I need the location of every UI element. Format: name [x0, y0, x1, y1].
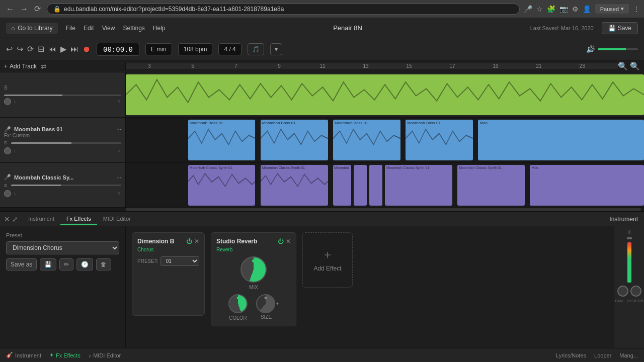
skip-forward-button[interactable]: ⏭ — [70, 45, 78, 54]
loop-button[interactable]: ⟳ — [27, 44, 34, 54]
menu-edit[interactable]: Edit — [84, 25, 94, 32]
refresh-button[interactable]: ⟳ — [32, 3, 43, 15]
reverb-knob[interactable] — [630, 286, 641, 297]
menu-settings[interactable]: Settings — [123, 25, 144, 32]
go-to-library-button[interactable]: ⌂ Go to Library — [6, 23, 58, 34]
volume-slider-2[interactable] — [11, 142, 121, 144]
go-library-label: Go to Library — [18, 25, 52, 32]
volume-slider[interactable] — [598, 48, 638, 50]
clip-synth-1[interactable]: Moombah Classic Synth 01 — [188, 165, 256, 206]
add-effect-button[interactable]: + Add Effect — [302, 232, 353, 288]
record-button[interactable]: ⏺ — [83, 45, 91, 54]
history-button[interactable]: 🕐 — [76, 258, 93, 270]
preset-small-select-dimension-b[interactable]: 01 — [160, 256, 199, 266]
menu-icon: ⋮ — [633, 5, 640, 13]
menu-file[interactable]: File — [66, 25, 75, 32]
clip-bass-3[interactable]: Moombah Bass 01 — [333, 120, 400, 160]
fader-handle[interactable] — [627, 237, 632, 239]
mix-knob[interactable] — [240, 256, 267, 283]
clip-green-full[interactable] — [126, 74, 644, 115]
bpm-display[interactable]: 108 bpm — [178, 43, 213, 55]
close-button-dimension-b[interactable]: ✕ — [194, 238, 199, 245]
h-scrollbar-thumb[interactable] — [126, 208, 641, 211]
size-knob[interactable] — [256, 294, 275, 313]
clip-bass-4[interactable]: Moombah Bass 01 — [406, 120, 473, 160]
size-label: SIZE — [261, 314, 272, 320]
address-bar[interactable]: 🔒 edu.bandlab.com/mix-editor?projectId=5… — [47, 4, 520, 15]
preset-label: Preset — [6, 232, 119, 238]
clip-label: Moombah Classic Synth 01 — [457, 165, 525, 170]
slider-row-1 — [4, 95, 121, 96]
pan-knob[interactable] — [617, 286, 628, 297]
knob-2[interactable] — [4, 147, 11, 154]
close-panel-button[interactable]: ✕ — [4, 215, 10, 223]
expand-panel-button[interactable]: ⤢ — [12, 215, 18, 223]
track-menu-3[interactable]: ··· — [116, 174, 121, 181]
clip-synth-3b[interactable] — [354, 165, 367, 206]
back-button[interactable]: ← — [4, 3, 16, 15]
track-control-1: S L R — [0, 72, 126, 117]
tab-fx-effects[interactable]: Fx Effects — [60, 214, 97, 225]
track-clips-2: Moombah Bass 01 Moombah Bass 01 Moombah … — [126, 118, 644, 162]
play-button[interactable]: ▶ — [60, 44, 66, 54]
menu-help[interactable]: Help — [153, 25, 166, 32]
key-signature[interactable]: E min — [145, 43, 172, 55]
status-tab-fx[interactable]: ✦ Fx Effects — [49, 352, 80, 358]
status-tab-midi[interactable]: ♪ MIDI Editor — [89, 352, 121, 358]
forward-button[interactable]: → — [18, 3, 30, 15]
color-knob[interactable] — [228, 294, 248, 313]
size-knob-indicator — [264, 297, 267, 299]
volume-slider-1[interactable] — [4, 95, 121, 96]
status-tab-lyrics[interactable]: Lyrics/Notes — [556, 352, 586, 358]
tab-instrument[interactable]: Instrument — [22, 214, 60, 225]
s-label-3: S — [4, 183, 9, 188]
status-tab-instrument[interactable]: 🎸 Instrument — [6, 352, 41, 358]
clip-synth-3c[interactable] — [369, 165, 382, 206]
paused-button[interactable]: Paused ▾ — [595, 4, 629, 14]
collapse-button[interactable]: ⇄ — [41, 62, 47, 70]
save-button[interactable]: 💾 Save — [602, 22, 638, 34]
status-tab-looper[interactable]: Looper — [594, 352, 611, 358]
redo-button[interactable]: ↪ — [17, 44, 23, 54]
metronome-button[interactable]: 🎵 — [248, 43, 264, 55]
split-button[interactable]: ⊟ — [38, 44, 44, 54]
track-menu-2[interactable]: ··· — [116, 126, 121, 133]
clip-synth-4[interactable]: Moombah Classic Synth 01 — [385, 165, 452, 206]
delete-preset-button[interactable]: 🗑 — [96, 258, 111, 270]
edit-preset-button[interactable]: ✏ — [59, 258, 73, 270]
waveform-svg-1 — [126, 74, 644, 115]
knob-1[interactable] — [4, 98, 11, 105]
zoom-in-button[interactable]: 🔍 — [630, 61, 640, 71]
clip-bass-5[interactable]: Moo — [478, 120, 644, 160]
preset-select[interactable]: Dimension Chorus — [6, 241, 119, 254]
clip-synth-6[interactable]: Moo — [530, 165, 644, 206]
close-button-studio-reverb[interactable]: ✕ — [286, 238, 291, 245]
clip-bass-2[interactable]: Moombah Bass 01 — [261, 120, 328, 160]
clip-synth-3a[interactable]: Moombat — [333, 165, 351, 206]
tune-button[interactable]: ▾ — [270, 43, 282, 55]
zoom-out-button[interactable]: 🔍 — [618, 61, 628, 71]
clip-label: Moombah Bass 01 — [261, 120, 328, 126]
save-as-button[interactable]: Save as — [6, 258, 37, 270]
clip-synth-5[interactable]: Moombah Classic Synth 01 — [457, 165, 525, 206]
undo-button[interactable]: ↩ — [6, 44, 13, 54]
browser-nav[interactable]: ← → ⟳ — [4, 3, 43, 15]
h-scrollbar[interactable] — [0, 207, 644, 211]
status-tab-mang[interactable]: Mang... — [619, 352, 638, 358]
bottom-content: Preset Dimension Chorus Save as 💾 ✏ 🕐 🗑 — [0, 226, 644, 362]
clip-label: Moombah Bass 01 — [188, 120, 256, 126]
add-track-button[interactable]: + Add Track — [4, 63, 37, 70]
tab-midi-editor[interactable]: MIDI Editor — [97, 214, 137, 225]
power-button-dimension-b[interactable]: ⏻ — [186, 238, 192, 245]
knob-3[interactable] — [4, 190, 11, 197]
volume-icon: 🔊 — [586, 45, 595, 53]
time-signature[interactable]: 4 / 4 — [218, 43, 241, 55]
skip-back-button[interactable]: ⏮ — [48, 45, 56, 54]
clip-bass-1[interactable]: Moombah Bass 01 — [188, 120, 256, 160]
clip-synth-2[interactable]: Moombah Classic Synth 01 — [261, 165, 328, 206]
menu-view[interactable]: View — [102, 25, 115, 32]
volume-slider-3[interactable] — [11, 185, 121, 186]
save-preset-button[interactable]: 💾 — [40, 258, 56, 270]
mic-icon: 🎤 — [524, 5, 532, 13]
power-button-studio-reverb[interactable]: ⏻ — [278, 238, 284, 245]
